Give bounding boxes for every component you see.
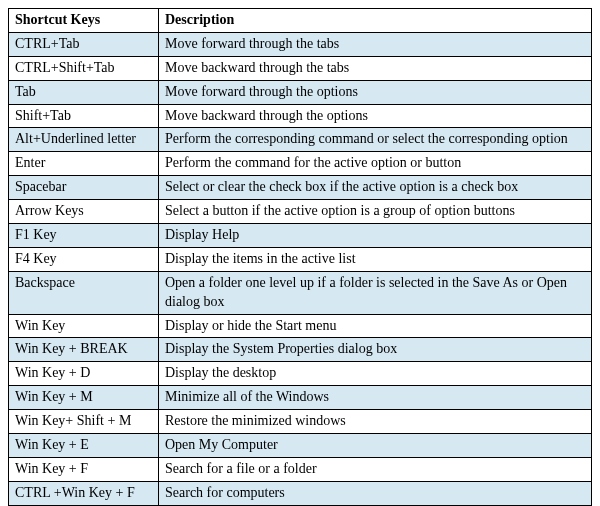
cell-shortcut-key: F1 Key [9,224,159,248]
table-row: BackspaceOpen a folder one level up if a… [9,271,592,314]
cell-shortcut-key: Alt+Underlined letter [9,128,159,152]
cell-shortcut-key: CTRL+Shift+Tab [9,56,159,80]
table-row: SpacebarSelect or clear the check box if… [9,176,592,200]
table-row: Win Key + EOpen My Computer [9,434,592,458]
cell-description: Open My Computer [159,434,592,458]
cell-shortcut-key: Shift+Tab [9,104,159,128]
cell-description: Display the items in the active list [159,247,592,271]
cell-description: Perform the command for the active optio… [159,152,592,176]
cell-description: Display or hide the Start menu [159,314,592,338]
cell-description: Search for computers [159,481,592,505]
table-row: Alt+Underlined letterPerform the corresp… [9,128,592,152]
table-row: Arrow KeysSelect a button if the active … [9,200,592,224]
cell-shortcut-key: Win Key+ Shift + M [9,410,159,434]
table-row: CTRL +Win Key + FSearch for computers [9,481,592,505]
header-shortcut-keys: Shortcut Keys [9,9,159,33]
cell-description: Move backward through the options [159,104,592,128]
cell-shortcut-key: Arrow Keys [9,200,159,224]
shortcut-table: Shortcut Keys Description CTRL+TabMove f… [8,8,592,506]
cell-description: Select or clear the check box if the act… [159,176,592,200]
table-row: TabMove forward through the options [9,80,592,104]
cell-description: Move backward through the tabs [159,56,592,80]
table-row: CTRL+Shift+TabMove backward through the … [9,56,592,80]
table-row: Win Key + MMinimize all of the Windows [9,386,592,410]
cell-shortcut-key: Win Key + M [9,386,159,410]
cell-shortcut-key: Enter [9,152,159,176]
cell-description: Restore the minimized windows [159,410,592,434]
cell-shortcut-key: Tab [9,80,159,104]
cell-shortcut-key: Win Key + E [9,434,159,458]
header-description: Description [159,9,592,33]
cell-description: Display the System Properties dialog box [159,338,592,362]
cell-description: Display the desktop [159,362,592,386]
cell-description: Minimize all of the Windows [159,386,592,410]
table-row: Win Key + BREAKDisplay the System Proper… [9,338,592,362]
cell-description: Move forward through the options [159,80,592,104]
table-row: CTRL+TabMove forward through the tabs [9,32,592,56]
cell-shortcut-key: Win Key + F [9,457,159,481]
table-row: Win Key + FSearch for a file or a folder [9,457,592,481]
table-row: F4 KeyDisplay the items in the active li… [9,247,592,271]
cell-shortcut-key: F4 Key [9,247,159,271]
cell-description: Display Help [159,224,592,248]
cell-shortcut-key: Win Key + BREAK [9,338,159,362]
table-row: Shift+TabMove backward through the optio… [9,104,592,128]
cell-shortcut-key: CTRL+Tab [9,32,159,56]
cell-shortcut-key: CTRL +Win Key + F [9,481,159,505]
cell-description: Move forward through the tabs [159,32,592,56]
table-row: Win KeyDisplay or hide the Start menu [9,314,592,338]
table-row: F1 KeyDisplay Help [9,224,592,248]
cell-shortcut-key: Win Key [9,314,159,338]
table-header-row: Shortcut Keys Description [9,9,592,33]
cell-description: Search for a file or a folder [159,457,592,481]
cell-description: Select a button if the active option is … [159,200,592,224]
table-row: Win Key+ Shift + MRestore the minimized … [9,410,592,434]
table-row: Win Key + DDisplay the desktop [9,362,592,386]
cell-shortcut-key: Spacebar [9,176,159,200]
cell-shortcut-key: Backspace [9,271,159,314]
cell-description: Open a folder one level up if a folder i… [159,271,592,314]
table-row: EnterPerform the command for the active … [9,152,592,176]
cell-shortcut-key: Win Key + D [9,362,159,386]
cell-description: Perform the corresponding command or sel… [159,128,592,152]
